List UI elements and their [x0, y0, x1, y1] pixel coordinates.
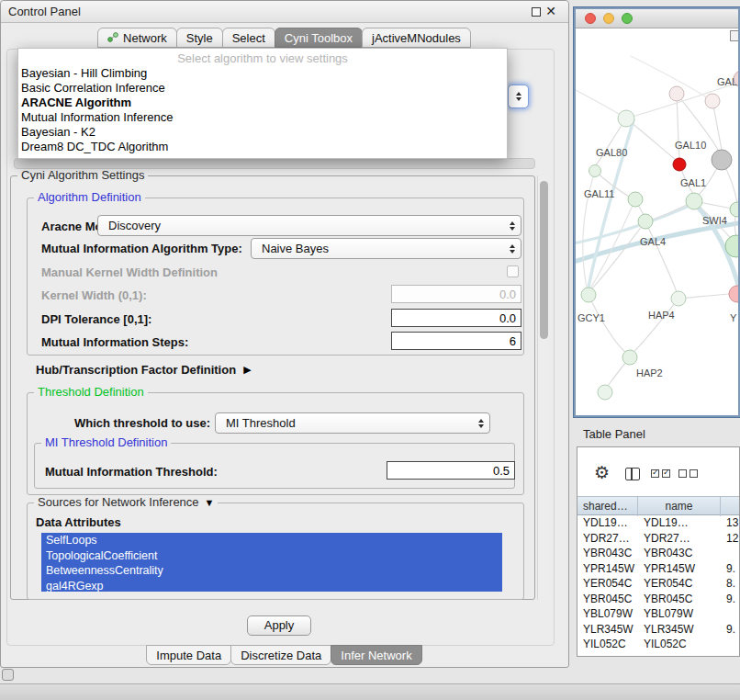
algorithm-popup-list: Bayesian - Hill ClimbingBasic Correlatio… [18, 66, 507, 154]
header-cell[interactable]: shared… [577, 497, 638, 516]
algorithm-option[interactable]: Mutual Information Inference [18, 110, 507, 125]
manual-kernel-width-checkbox[interactable] [507, 265, 519, 277]
sources-expander[interactable]: Sources for Network Inference ▼ [34, 495, 218, 509]
minimize-traffic-light[interactable] [603, 13, 614, 24]
tab-cyni-toolbox[interactable]: Cyni Toolbox [275, 28, 363, 48]
network-edge [589, 295, 625, 352]
control-panel-window: Control Panel ✕ NetworkStyleSelectCyni T… [0, 0, 569, 668]
unchecked-boxes-icon[interactable] [678, 469, 698, 478]
dpi-tolerance-input[interactable] [391, 309, 521, 327]
table-panel-title: Table Panel [583, 427, 645, 441]
columns-icon[interactable] [625, 468, 640, 480]
table-row[interactable]: YPR145WYPR145W9. [577, 561, 740, 577]
tab-label: Style [186, 31, 213, 45]
network-node[interactable] [712, 150, 732, 170]
table-row[interactable]: YBL079WYBL079W [577, 606, 740, 622]
window-title: Control Panel [8, 5, 81, 18]
bottom-tab-impute-data[interactable]: Impute Data [146, 645, 231, 665]
table-cell: 9. [721, 592, 740, 607]
network-node[interactable] [686, 193, 702, 209]
attribute-list-item[interactable]: gal4RGexp [41, 579, 502, 593]
table-header: shared…name [577, 496, 740, 515]
which-threshold-label: Which threshold to use: [74, 416, 210, 430]
network-canvas[interactable]: GAL80GAL10GALGAL11GAL1SWI4GAL4GCY1HAP4HA… [576, 28, 738, 415]
table-cell: YLR345W [577, 622, 638, 638]
kernel-width-input[interactable] [391, 285, 521, 303]
bottom-tab-discretize-data[interactable]: Discretize Data [230, 645, 331, 665]
table-cell: YIL052C [577, 637, 638, 652]
table-row[interactable]: YER054CYER054C8. [577, 576, 740, 592]
which-threshold-combobox[interactable]: MI Threshold [215, 412, 490, 434]
data-attributes-label: Data Attributes [36, 515, 121, 529]
tab-network[interactable]: Network [97, 28, 177, 48]
desktop: Control Panel ✕ NetworkStyleSelectCyni T… [0, 0, 740, 700]
checked-boxes-icon[interactable] [651, 469, 670, 478]
node-label: GAL11 [584, 188, 614, 199]
network-node[interactable] [669, 86, 684, 101]
network-node[interactable] [622, 350, 637, 365]
attribute-list-item[interactable]: SelfLoops [41, 533, 502, 548]
aracne-mode-combobox[interactable]: Discovery [97, 215, 521, 236]
algorithm-option[interactable]: Bayesian - Hill Climbing [18, 66, 507, 81]
algorithm-option[interactable]: Dream8 DC_TDC Algorithm [18, 140, 507, 154]
mi-steps-input[interactable] [391, 332, 521, 350]
combo-arrows-icon [510, 244, 515, 254]
table-row[interactable]: YBR043CYBR043C [577, 546, 740, 561]
table-row[interactable]: YDL19…YDL19…13 [577, 515, 740, 531]
table-cell: 8. [721, 576, 740, 592]
algorithm-combobox-fragment[interactable] [508, 85, 529, 108]
table-row[interactable]: YDR27…YDR27…12 [577, 531, 740, 547]
birdseye-widget[interactable] [730, 30, 738, 41]
bottom-tab-infer-network[interactable]: Infer Network [331, 645, 421, 665]
table-cell: YBR043C [577, 546, 638, 561]
apply-button[interactable]: Apply [247, 615, 311, 636]
table-row[interactable]: YIL052CYIL052C [577, 637, 740, 652]
header-cell[interactable] [721, 497, 740, 516]
network-node[interactable] [705, 94, 720, 108]
network-node[interactable] [671, 291, 686, 306]
network-node[interactable] [618, 110, 634, 127]
network-node[interactable] [729, 286, 738, 302]
table-cell: YDR27… [638, 531, 721, 547]
zoom-traffic-light[interactable] [622, 13, 633, 24]
mi-algorithm-type-label: Mutual Information Algorithm Type: [41, 242, 242, 255]
tab-style[interactable]: Style [176, 28, 223, 48]
table-cell: YBL079W [577, 606, 638, 622]
mi-threshold-input[interactable] [387, 461, 515, 480]
table-row[interactable]: YBR045CYBR045C9. [577, 592, 740, 607]
hub-expander[interactable]: Hub/Transcription Factor Definition ▶ [36, 363, 252, 377]
network-canvas-svg: GAL80GAL10GALGAL11GAL1SWI4GAL4GCY1HAP4HA… [576, 28, 738, 415]
network-node[interactable] [673, 158, 686, 171]
network-node[interactable] [628, 192, 643, 207]
gear-icon[interactable]: ⚙ [594, 464, 610, 481]
network-node[interactable] [598, 385, 612, 400]
collapsed-panel-icon[interactable] [2, 669, 14, 681]
close-button[interactable]: ✕ [545, 4, 556, 18]
float-window-button[interactable] [532, 7, 541, 17]
tab-select[interactable]: Select [222, 28, 275, 48]
network-edge [645, 221, 677, 292]
node-label: GCY1 [577, 312, 605, 323]
table-row[interactable]: YLR345WYLR345W9. [577, 622, 740, 638]
network-node[interactable] [730, 202, 738, 217]
mi-threshold-label: Mutual Information Threshold: [45, 465, 218, 479]
control-panel-titlebar: Control Panel ✕ [1, 1, 568, 23]
algorithm-option[interactable]: ARACNE Algorithm [18, 96, 507, 110]
settings-scrollbar[interactable] [537, 175, 549, 600]
header-cell[interactable]: name [638, 497, 721, 516]
algorithm-option[interactable]: Basic Correlation Inference [18, 81, 507, 96]
network-node[interactable] [589, 165, 601, 177]
algorithm-option[interactable]: Bayesian - K2 [18, 125, 507, 140]
bottom-tab-bar: Impute DataDiscretize DataInfer Network [1, 645, 568, 665]
tab-jactivemnodules[interactable]: jActiveMNodules [362, 28, 471, 48]
mi-algorithm-type-combobox[interactable]: Naive Bayes [251, 238, 521, 259]
scrollbar-thumb[interactable] [540, 181, 548, 339]
table-cell [721, 606, 740, 622]
table-cell: 9. [721, 561, 740, 577]
attribute-list-item[interactable]: BetweennessCentrality [41, 563, 502, 579]
close-traffic-light[interactable] [585, 13, 596, 24]
tab-label: jActiveMNodules [372, 31, 461, 45]
network-node[interactable] [581, 288, 596, 302]
network-node[interactable] [638, 214, 653, 229]
attribute-list-item[interactable]: TopologicalCoefficient [41, 548, 502, 564]
